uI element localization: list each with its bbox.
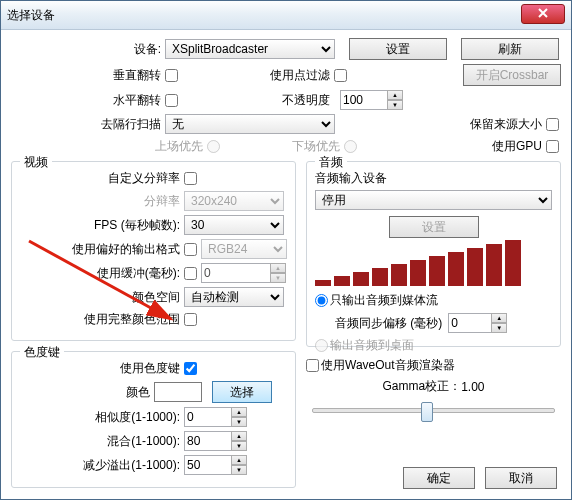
- out-desktop-radio: [315, 339, 328, 352]
- hflip-label: 水平翻转: [11, 92, 165, 109]
- res-select: 320x240: [184, 191, 284, 211]
- full-range-label: 使用完整颜色范围: [20, 311, 184, 328]
- lower-first-radio: [344, 140, 357, 153]
- opacity-input[interactable]: [340, 90, 388, 110]
- fmt-select: RGB24: [201, 239, 287, 259]
- fps-select[interactable]: 30: [184, 215, 284, 235]
- vflip-label: 垂直翻转: [11, 67, 165, 84]
- use-chroma-checkbox[interactable]: [184, 362, 197, 375]
- keep-size-label: 保留来源大小: [470, 116, 546, 133]
- spin-up-icon[interactable]: ▲: [231, 455, 247, 465]
- sync-spinner[interactable]: ▲▼: [448, 313, 507, 333]
- color-swatch[interactable]: [154, 382, 202, 402]
- spin-up-icon: ▲: [270, 263, 286, 273]
- audio-input-select[interactable]: 停用: [315, 190, 552, 210]
- vflip-checkbox[interactable]: [165, 69, 178, 82]
- color-label: 颜色: [20, 384, 154, 401]
- video-fieldset: 视频 自定义分辩率 分辩率320x240 FPS (毎秒帧数):30 使用偏好的…: [11, 161, 296, 341]
- ok-button[interactable]: 确定: [403, 467, 475, 489]
- res-label: 分辩率: [20, 193, 184, 210]
- pointfilter-checkbox[interactable]: [334, 69, 347, 82]
- blend-input[interactable]: [184, 431, 232, 451]
- spill-label: 减少溢出(1-1000):: [20, 457, 184, 474]
- audio-fieldset: 音频 音频输入设备 停用 设置 只输出音频到媒体流 音频同步偏移 (毫秒)▲▼ …: [306, 161, 561, 347]
- use-chroma-label: 使用色度键: [20, 360, 184, 377]
- sim-input[interactable]: [184, 407, 232, 427]
- spin-down-icon[interactable]: ▼: [491, 323, 507, 333]
- audio-level-meter: [315, 238, 552, 292]
- gamma-slider[interactable]: [306, 399, 561, 419]
- crossbar-button[interactable]: 开启Crossbar: [463, 64, 561, 86]
- refresh-button[interactable]: 刷新: [461, 38, 559, 60]
- buf-input: [201, 263, 271, 283]
- audio-legend: 音频: [315, 154, 347, 171]
- choose-color-button[interactable]: 选择: [212, 381, 272, 403]
- buf-spinner: ▲▼: [201, 263, 286, 283]
- custom-res-checkbox[interactable]: [184, 172, 197, 185]
- device-select[interactable]: XSplitBroadcaster: [165, 39, 335, 59]
- deinterlace-select[interactable]: 无: [165, 114, 335, 134]
- spin-down-icon[interactable]: ▼: [231, 417, 247, 427]
- gamma-label: Gamma校正：: [382, 378, 461, 395]
- gamma-value: 1.00: [461, 380, 484, 394]
- waveout-checkbox[interactable]: [306, 359, 319, 372]
- sync-label: 音频同步偏移 (毫秒): [335, 315, 442, 332]
- buf-checkbox[interactable]: [184, 267, 197, 280]
- use-gpu-checkbox[interactable]: [546, 140, 559, 153]
- spin-up-icon[interactable]: ▲: [387, 90, 403, 100]
- upper-first-label: 上场优先: [11, 138, 207, 155]
- close-button[interactable]: [521, 4, 565, 24]
- out-media-radio[interactable]: [315, 294, 328, 307]
- hflip-checkbox[interactable]: [165, 94, 178, 107]
- pointfilter-label: 使用点过滤: [270, 67, 334, 84]
- sim-spinner[interactable]: ▲▼: [184, 407, 247, 427]
- audio-settings-button: 设置: [389, 216, 479, 238]
- spill-input[interactable]: [184, 455, 232, 475]
- window-title: 选择设备: [7, 7, 55, 24]
- settings-button[interactable]: 设置: [349, 38, 447, 60]
- spin-up-icon[interactable]: ▲: [491, 313, 507, 323]
- cs-label: 颜色空间: [20, 289, 184, 306]
- chroma-legend: 色度键: [20, 344, 64, 361]
- spin-down-icon[interactable]: ▼: [231, 441, 247, 451]
- spin-up-icon[interactable]: ▲: [231, 431, 247, 441]
- blend-label: 混合(1-1000):: [20, 433, 184, 450]
- sync-input[interactable]: [448, 313, 492, 333]
- lower-first-label: 下场优先: [292, 138, 344, 155]
- full-range-checkbox[interactable]: [184, 313, 197, 326]
- fmt-checkbox[interactable]: [184, 243, 197, 256]
- fmt-label: 使用偏好的输出格式: [20, 241, 184, 258]
- video-legend: 视频: [20, 154, 52, 171]
- titlebar: 选择设备: [1, 1, 571, 30]
- out-desktop-label: 输出音频到桌面: [330, 337, 414, 354]
- blend-spinner[interactable]: ▲▼: [184, 431, 247, 451]
- waveout-label: 使用WaveOut音频渲染器: [321, 357, 455, 374]
- spin-down-icon[interactable]: ▼: [231, 465, 247, 475]
- audio-input-label: 音频输入设备: [315, 170, 552, 187]
- spill-spinner[interactable]: ▲▼: [184, 455, 247, 475]
- out-media-label: 只输出音频到媒体流: [330, 292, 438, 309]
- custom-res-label: 自定义分辩率: [20, 170, 184, 187]
- spin-up-icon[interactable]: ▲: [231, 407, 247, 417]
- cancel-button[interactable]: 取消: [485, 467, 557, 489]
- cs-select[interactable]: 自动检测: [184, 287, 284, 307]
- buf-label: 使用缓冲(毫秒):: [20, 265, 184, 282]
- chroma-fieldset: 色度键 使用色度键 颜色选择 相似度(1-1000):▲▼ 混合(1-1000)…: [11, 351, 296, 488]
- upper-first-radio: [207, 140, 220, 153]
- spin-down-icon[interactable]: ▼: [387, 100, 403, 110]
- fps-label: FPS (毎秒帧数):: [20, 217, 184, 234]
- deinterlace-label: 去隔行扫描: [11, 116, 165, 133]
- device-label: 设备:: [11, 41, 165, 58]
- use-gpu-label: 使用GPU: [492, 138, 546, 155]
- opacity-label: 不透明度: [282, 92, 334, 109]
- spin-down-icon: ▼: [270, 273, 286, 283]
- keep-size-checkbox[interactable]: [546, 118, 559, 131]
- opacity-spinner[interactable]: ▲▼: [340, 90, 403, 110]
- sim-label: 相似度(1-1000):: [20, 409, 184, 426]
